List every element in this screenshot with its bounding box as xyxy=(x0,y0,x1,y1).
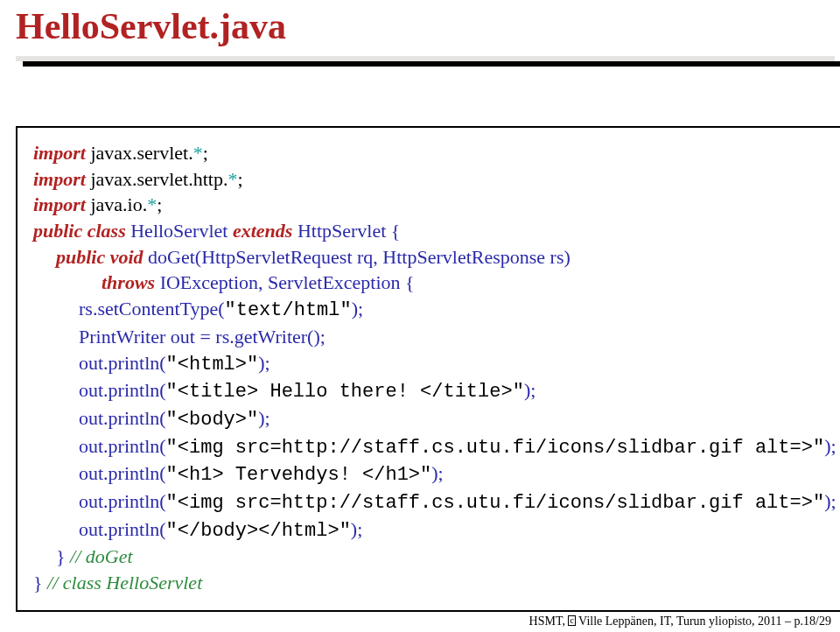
paren: ); xyxy=(351,518,362,540)
code-line: out.println("<img src=http://staff.cs.ut… xyxy=(33,488,828,516)
star: * xyxy=(193,142,203,164)
comment: // class HelloServlet xyxy=(47,572,202,593)
code-line: public class HelloServlet extends HttpSe… xyxy=(33,218,828,244)
kw-public-void: public void xyxy=(56,246,144,268)
code-text: HttpServlet { xyxy=(292,220,400,242)
kw-extends: extends xyxy=(233,220,292,242)
code-line: throws IOException, ServletException { xyxy=(33,270,828,296)
code-line: } // doGet xyxy=(33,544,828,570)
footer-left: HSMT, xyxy=(529,614,569,628)
code-line: import java.io.*; xyxy=(33,192,828,218)
call: out.println( xyxy=(79,462,166,484)
comment: // doGet xyxy=(70,545,133,567)
star: * xyxy=(228,168,237,190)
paren: ); xyxy=(258,352,270,374)
code-line: out.println("<h1> Tervehdys! </h1>"); xyxy=(33,460,828,488)
code-line: public void doGet(HttpServletRequest rq,… xyxy=(33,244,828,270)
call: out.println( xyxy=(79,435,166,457)
semi: ; xyxy=(237,168,242,190)
string-literal: "text/html" xyxy=(224,299,351,321)
brace: } xyxy=(33,572,47,593)
code-text: java.io. xyxy=(86,193,147,215)
paren: ); xyxy=(352,298,363,320)
call: out.println( xyxy=(79,379,166,401)
call: out.println( xyxy=(79,518,166,540)
footer-rest: Ville Leppänen, IT, Turun yliopisto, 201… xyxy=(576,614,831,628)
code-line: out.println("<body>"); xyxy=(33,405,828,433)
semi: ; xyxy=(157,193,162,215)
string-literal: "<body>" xyxy=(166,409,259,431)
code-line: } // class HelloServlet xyxy=(33,570,828,596)
kw-import: import xyxy=(33,168,86,190)
string-literal: "<title> Hello there! </title>" xyxy=(166,381,524,403)
call: out.println( xyxy=(79,407,166,429)
code-line: import javax.servlet.*; xyxy=(33,140,828,166)
code-line: import javax.servlet.http.*; xyxy=(33,166,828,193)
code-line: out.println("</body></html>"); xyxy=(33,516,828,544)
code-line: PrintWriter out = rs.getWriter(); xyxy=(33,324,828,350)
string-literal: "<img src=http://staff.cs.utu.fi/icons/s… xyxy=(166,492,825,514)
code-text: javax.servlet.http. xyxy=(86,168,228,190)
kw-throws: throws xyxy=(102,271,155,293)
title-divider xyxy=(16,56,840,74)
paren: ); xyxy=(524,379,536,401)
string-literal: "</body></html>" xyxy=(166,520,351,542)
call: out.println( xyxy=(79,352,166,374)
paren: ); xyxy=(824,435,836,457)
kw-import: import xyxy=(33,193,86,215)
star: * xyxy=(147,193,157,215)
class-name: HelloServlet xyxy=(126,220,233,242)
divider-shadow xyxy=(23,61,840,67)
divider-bar xyxy=(16,56,835,61)
code-block: import javax.servlet.*; import javax.ser… xyxy=(16,126,840,612)
code-text: javax.servlet. xyxy=(86,142,193,164)
string-literal: "<img src=http://staff.cs.utu.fi/icons/s… xyxy=(166,437,825,459)
semi: ; xyxy=(203,142,208,164)
code-line: rs.setContentType("text/html"); xyxy=(33,296,828,324)
method-sig: doGet(HttpServletRequest rq, HttpServlet… xyxy=(144,246,570,268)
code-box: import javax.servlet.*; import javax.ser… xyxy=(16,126,840,612)
throws-list: IOException, ServletException { xyxy=(155,271,414,293)
paren: ); xyxy=(824,490,836,512)
brace: } xyxy=(56,545,70,567)
paren: ); xyxy=(258,407,270,429)
kw-public-class: public class xyxy=(33,220,126,242)
slide-footer: HSMT, c Ville Leppänen, IT, Turun yliopi… xyxy=(529,614,831,628)
code-line: out.println("<title> Hello there! </titl… xyxy=(33,377,828,405)
kw-import: import xyxy=(33,142,86,164)
string-literal: "<html>" xyxy=(166,354,259,376)
code-line: out.println("<img src=http://staff.cs.ut… xyxy=(33,433,828,461)
copyright-icon: c xyxy=(568,615,575,626)
call: out.println( xyxy=(79,490,166,512)
slide-title: HelloServlet.java xyxy=(0,0,840,56)
call: rs.setContentType( xyxy=(79,298,224,320)
string-literal: "<h1> Tervehdys! </h1>" xyxy=(166,464,432,486)
paren: ); xyxy=(431,462,443,484)
code-line: out.println("<html>"); xyxy=(33,350,828,378)
stmt: PrintWriter out = rs.getWriter(); xyxy=(79,326,326,348)
